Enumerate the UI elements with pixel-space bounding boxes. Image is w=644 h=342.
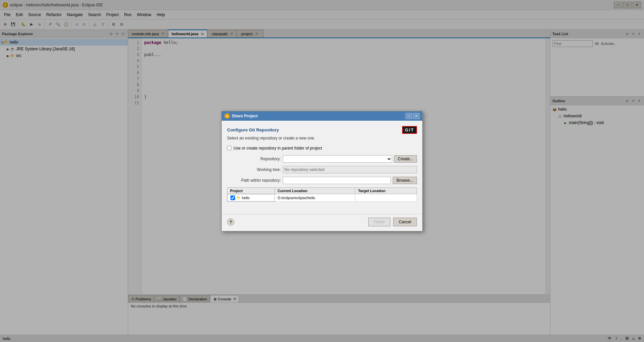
modal-title-icon: ☁ [224,113,230,119]
use-parent-folder-label: Use or create repository in parent folde… [233,146,322,151]
git-logo: GIT [402,126,417,134]
use-parent-folder-checkbox[interactable] [227,146,231,150]
repository-select-wrapper [283,155,392,163]
share-project-dialog: ☁ Share Project □ ✕ Configure Git Reposi… [221,111,423,231]
working-tree-input [283,166,417,173]
browse-button[interactable]: Browse... [393,177,417,184]
row-target-location [355,194,417,202]
modal-title-left: ☁ Share Project [224,113,258,119]
modal-close[interactable]: ✕ [413,113,420,119]
project-table: Project Current Location Target Location… [227,187,417,202]
modal-subtitle: Select an existing repository or create … [227,136,417,140]
modal-section-title-row: Configure Git Repository GIT [227,126,417,134]
working-tree-row: Working tree: [227,166,417,173]
footer-right: Finish Cancel [368,218,417,226]
col-target: Target Location [355,187,417,194]
finish-button[interactable]: Finish [368,218,390,226]
modal-title-controls: □ ✕ [406,113,420,119]
row-current-location: D:/eclipse/eclipse/hello [275,194,355,202]
repository-label: Repository: [227,157,281,161]
repository-row: Repository: Create... [227,155,417,163]
path-row: Path within repository: Browse... [227,177,417,184]
path-label: Path within repository: [227,178,281,183]
row-checked[interactable] [230,195,235,200]
modal-footer: ? Finish Cancel [222,214,422,231]
modal-section-title-text: Configure Git Repository [227,127,279,132]
col-project: Project [227,187,275,194]
create-repository-button[interactable]: Create... [394,155,417,163]
table-row[interactable]: 📁 hello D:/eclipse/eclipse/hello [227,194,417,202]
modal-title-text: Share Project [232,114,258,118]
modal-overlay: ☁ Share Project □ ✕ Configure Git Reposi… [0,0,644,342]
modal-maximize[interactable]: □ [406,113,412,119]
col-current: Current Location [275,187,355,194]
row-project-name: hello [242,196,250,200]
row-project-cell: 📁 hello [227,194,275,202]
row-project-icon: 📁 [236,196,240,199]
modal-body: Configure Git Repository GIT Select an e… [222,121,422,213]
repository-select[interactable] [283,155,392,163]
working-tree-label: Working tree: [227,167,281,172]
path-input[interactable] [283,177,391,184]
use-parent-folder-row: Use or create repository in parent folde… [227,146,417,151]
help-button[interactable]: ? [227,218,234,226]
cancel-button[interactable]: Cancel [393,218,417,226]
footer-left: ? [227,218,234,226]
modal-titlebar: ☁ Share Project □ ✕ [222,111,422,121]
